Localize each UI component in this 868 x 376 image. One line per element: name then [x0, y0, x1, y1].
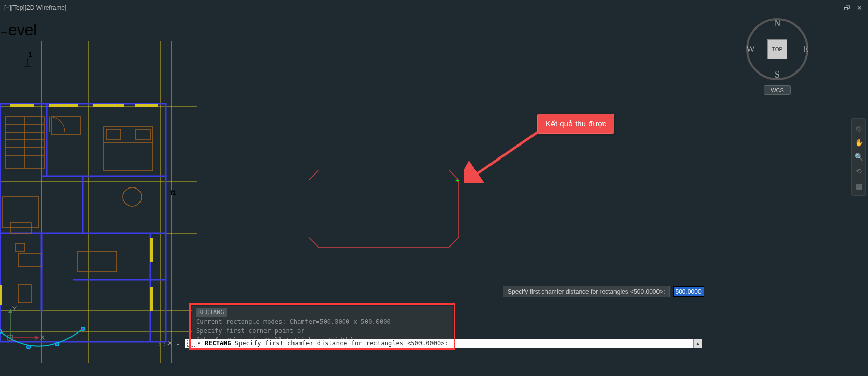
svg-rect-32: [104, 127, 153, 171]
snap-marker-icon: +: [455, 176, 459, 184]
nav-showmotion-icon[interactable]: ▦: [853, 180, 864, 192]
svg-marker-59: [8, 309, 12, 313]
svg-rect-39: [16, 243, 25, 251]
wcs-badge[interactable]: WCS: [764, 85, 791, 95]
svg-rect-33: [106, 129, 121, 140]
svg-text:X: X: [40, 334, 45, 341]
svg-rect-34: [136, 129, 150, 140]
svg-line-55: [471, 132, 538, 178]
compass-ring[interactable]: N S E W TOP: [746, 18, 808, 80]
svg-marker-53: [309, 170, 459, 248]
svg-text:T1: T1: [170, 190, 176, 196]
cmd-grip-icon[interactable]: ⋮⋮: [160, 339, 165, 348]
svg-rect-44: [18, 285, 31, 303]
view-cube-top[interactable]: TOP: [767, 39, 787, 59]
view-cube-nav[interactable]: N S E W TOP WCS: [744, 18, 811, 101]
navigation-bar: ◎ ✋ 🔍 ⟲ ▦: [851, 118, 866, 196]
ucs-icon[interactable]: X Y: [4, 306, 46, 347]
annotation-callout: Kết quả thu được: [537, 114, 614, 134]
cmd-history-button[interactable]: ▲: [694, 339, 702, 348]
cmd-history-name: RECTANG: [196, 308, 227, 317]
command-text: RECTANG Specify first chamfer distance f…: [205, 340, 449, 347]
compass-west[interactable]: W: [746, 44, 755, 55]
nav-pan-icon[interactable]: ✋: [853, 137, 864, 148]
annotation-arrow-icon: [464, 131, 542, 183]
viewport-maximize-button[interactable]: 🗗: [843, 4, 850, 12]
dynamic-input-tooltip: Specify first chamfer distance for recta…: [503, 286, 704, 297]
svg-marker-57: [35, 336, 39, 340]
viewport-window-controls: − 🗗 ✕: [831, 4, 863, 12]
compass-north[interactable]: N: [774, 18, 781, 29]
svg-rect-41: [3, 197, 39, 228]
cmd-history-line: Current rectangle modes: Chamfer=500.000…: [196, 317, 449, 326]
dynamic-input-field[interactable]: 500.0000: [673, 286, 704, 297]
dynamic-input-label: Specify first chamfer distance for recta…: [503, 286, 670, 297]
cmd-close-button[interactable]: ✕: [166, 340, 173, 347]
crosshair-vertical: [501, 0, 501, 376]
nav-orbit-icon[interactable]: ⟲: [853, 166, 864, 177]
svg-rect-37: [52, 117, 80, 135]
viewport-close-button[interactable]: ✕: [856, 4, 863, 12]
cmd-recent-dropdown[interactable]: ▼: [198, 341, 203, 346]
compass-south[interactable]: S: [775, 69, 780, 80]
svg-rect-42: [18, 254, 41, 267]
command-input[interactable]: ▼ RECTANG Specify first chamfer distance…: [185, 339, 694, 348]
nav-zoom-icon[interactable]: 🔍: [853, 151, 864, 163]
viewport-label[interactable]: [−][Top][2D Wireframe]: [4, 4, 66, 11]
svg-point-45: [0, 330, 2, 333]
level-label: ₋evel: [0, 21, 37, 39]
cmd-customize-button[interactable]: ⌄: [173, 340, 183, 347]
nav-wheel-icon[interactable]: ◎: [853, 122, 864, 134]
compass-east[interactable]: E: [803, 44, 808, 55]
svg-rect-43: [78, 251, 117, 272]
svg-point-38: [123, 187, 142, 206]
svg-text:Y: Y: [12, 306, 17, 312]
svg-point-47: [55, 343, 59, 346]
chamfered-rectangle: [309, 170, 459, 248]
svg-point-48: [81, 327, 85, 330]
command-line-bar: ⋮⋮ ✕ ⌄ ▼ RECTANG Specify first chamfer d…: [160, 338, 702, 349]
svg-text:1: 1: [29, 51, 32, 59]
cmd-rectang-icon: [187, 340, 195, 347]
viewport-minimize-button[interactable]: −: [831, 4, 838, 12]
